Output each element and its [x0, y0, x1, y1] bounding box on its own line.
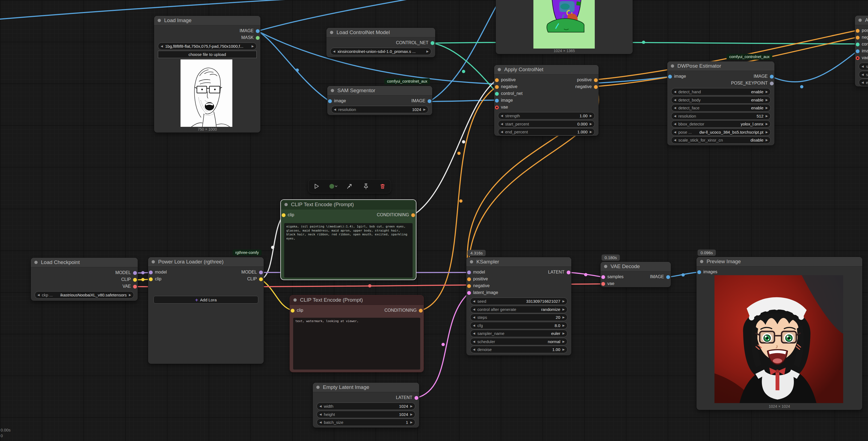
collapse-dot-icon[interactable] — [859, 19, 862, 22]
node-header[interactable]: Apply ControlNet — [494, 65, 598, 74]
input-port-positive-icon[interactable] — [467, 277, 471, 281]
collapse-dot-icon[interactable] — [331, 89, 334, 92]
increment-arrow-icon[interactable]: ▶ — [766, 98, 768, 102]
output-port-CLIP-icon[interactable] — [133, 278, 137, 282]
pin-icon[interactable] — [362, 182, 370, 190]
increment-arrow-icon[interactable]: ▶ — [590, 114, 592, 118]
widget-cfg[interactable]: ◀cfg8.0▶ — [470, 322, 567, 329]
increment-arrow-icon[interactable]: ▶ — [766, 122, 768, 126]
input-port-model-icon[interactable] — [149, 271, 153, 274]
widget-detect-body[interactable]: ◀detect_bodyenable▶ — [671, 96, 771, 104]
node-empty_latent[interactable]: Empty Latent ImageLATENT◀width1024▶◀heig… — [313, 383, 419, 428]
increment-arrow-icon[interactable]: ▶ — [766, 106, 768, 109]
decrement-arrow-icon[interactable]: ◀ — [501, 122, 503, 126]
input-port-latent_image-icon[interactable] — [467, 291, 471, 295]
increment-arrow-icon[interactable]: ▶ — [766, 90, 768, 94]
increment-arrow-icon[interactable]: ▶ — [563, 308, 565, 311]
input-port-image-icon[interactable] — [856, 50, 860, 53]
widget-bbox-detector[interactable]: ◀bbox_detectoryolox_l.onnx▶ — [671, 120, 771, 128]
node-graph-canvas[interactable]: 0.00s 0 Load ImageIMAGEMASK◀1bg,f8f8f8-f… — [0, 0, 868, 441]
node-seg_preview[interactable]: 1024 × 1365 — [496, 0, 633, 54]
output-port-MODEL-icon[interactable] — [133, 271, 137, 275]
widget-height[interactable]: ◀height1024▶ — [317, 411, 415, 418]
node-header[interactable]: Power Lora Loader (rgthree) — [148, 257, 264, 267]
decrement-arrow-icon[interactable]: ◀ — [319, 413, 321, 416]
node-vae_decode[interactable]: 0.180sVAE DecodesamplesIMAGEvae — [600, 262, 671, 287]
decrement-arrow-icon[interactable]: ◀ — [674, 138, 676, 142]
input-port-positive-icon[interactable] — [495, 78, 499, 82]
decrement-arrow-icon[interactable]: ◀ — [473, 300, 475, 303]
play-icon[interactable] — [312, 182, 321, 190]
widget-end-percent[interactable]: ◀end_percent1.000▶ — [859, 79, 868, 86]
decrement-arrow-icon[interactable]: ◀ — [501, 114, 503, 118]
collapse-dot-icon[interactable] — [316, 386, 319, 389]
increment-arrow-icon[interactable]: ▶ — [563, 332, 565, 335]
decrement-arrow-icon[interactable]: ◀ — [674, 130, 676, 134]
decrement-arrow-icon[interactable]: ◀ — [473, 340, 475, 343]
decrement-arrow-icon[interactable]: ◀ — [674, 122, 676, 126]
input-port-image-icon[interactable] — [495, 99, 499, 102]
decrement-arrow-icon[interactable]: ◀ — [674, 106, 676, 109]
input-port-vae-icon[interactable] — [856, 56, 860, 60]
input-port-clip-icon[interactable] — [291, 309, 294, 313]
widget-strength[interactable]: ◀strength1.00▶ — [498, 112, 595, 120]
collapse-dot-icon[interactable] — [470, 260, 473, 263]
node-header[interactable]: Load ControlNet Model — [327, 28, 435, 37]
decrement-arrow-icon[interactable]: ◀ — [319, 405, 321, 408]
output-port-CLIP-icon[interactable] — [259, 277, 263, 281]
collapse-dot-icon[interactable] — [498, 68, 501, 71]
input-port-image-icon[interactable] — [668, 75, 672, 78]
node-load_controlnet[interactable]: Load ControlNet ModelCONTROL_NET◀xinsirc… — [327, 28, 435, 57]
collapse-dot-icon[interactable] — [330, 31, 333, 34]
node-apply_cn2[interactable]: Apply ControlNetpositivenegativecontrol_… — [855, 15, 868, 87]
bypass-icon[interactable] — [345, 182, 354, 190]
increment-arrow-icon[interactable]: ▶ — [424, 108, 426, 111]
input-port-clip-icon[interactable] — [149, 277, 153, 281]
widget-start-percent[interactable]: ◀start_percent0.000▶ — [859, 71, 868, 78]
decrement-arrow-icon[interactable]: ◀ — [473, 316, 475, 319]
color-dot-icon[interactable] — [329, 182, 337, 190]
output-port-POSE_KEYPOINT-icon[interactable] — [770, 82, 774, 85]
collapse-dot-icon[interactable] — [284, 203, 288, 206]
decrement-arrow-icon[interactable]: ◀ — [473, 324, 475, 327]
output-port-IMAGE-icon[interactable] — [770, 75, 774, 78]
node-dwpose[interactable]: comfyui_controlnet_auxDWPose Estimatorim… — [667, 61, 774, 145]
input-port-vae-icon[interactable] — [601, 282, 605, 286]
output-port-MASK-icon[interactable] — [256, 36, 259, 40]
widget-ckp-[interactable]: ◀ckp ...ikastriousNoobaiXL_v80.safetenso… — [35, 291, 134, 298]
input-port-samples-icon[interactable] — [601, 275, 605, 279]
increment-arrow-icon[interactable]: ▶ — [590, 130, 592, 134]
input-port-clip-icon[interactable] — [282, 213, 285, 217]
output-port-MODEL-icon[interactable] — [259, 271, 263, 274]
widget-sampler-name[interactable]: ◀sampler_nameeuler▶ — [470, 330, 567, 337]
node-clip_pos[interactable]: CLIP Text Encode (Prompt)clipCONDITIONIN… — [281, 200, 416, 280]
decrement-arrow-icon[interactable]: ◀ — [334, 108, 336, 111]
increment-arrow-icon[interactable]: ▶ — [766, 138, 768, 142]
collapse-dot-icon[interactable] — [671, 64, 674, 68]
output-port-LATENT-icon[interactable] — [567, 271, 570, 274]
increment-arrow-icon[interactable]: ▶ — [410, 420, 412, 424]
decrement-arrow-icon[interactable]: ◀ — [319, 420, 321, 424]
widget-strength[interactable]: ◀strength1.00▶ — [859, 63, 868, 70]
node-apply_cn[interactable]: Apply ControlNetpositivepositivenegative… — [494, 65, 598, 136]
decrement-arrow-icon[interactable]: ◀ — [674, 114, 676, 118]
decrement-arrow-icon[interactable]: ◀ — [37, 293, 39, 297]
collapse-dot-icon[interactable] — [158, 19, 161, 22]
increment-arrow-icon[interactable]: ▶ — [766, 114, 768, 118]
output-port-IMAGE-icon[interactable] — [428, 99, 431, 103]
increment-arrow-icon[interactable]: ▶ — [129, 293, 131, 297]
widget-control-after-generate[interactable]: ◀control after generaterandomize▶ — [470, 306, 567, 313]
decrement-arrow-icon[interactable]: ◀ — [862, 65, 864, 68]
increment-arrow-icon[interactable]: ▶ — [563, 324, 565, 327]
prompt-textarea[interactable]: text, watermark, looking at viewer, — [293, 318, 420, 370]
output-port-CONDITIONING-icon[interactable] — [411, 213, 415, 217]
node-sam[interactable]: comfyui_controlnet_auxSAM Segmentorimage… — [327, 86, 432, 115]
decrement-arrow-icon[interactable]: ◀ — [161, 44, 163, 48]
node-header[interactable]: KSampler — [466, 257, 571, 267]
node-lora[interactable]: rgthree-comfyPower Lora Loader (rgthree)… — [148, 257, 264, 364]
input-port-negative-icon[interactable] — [495, 85, 499, 89]
increment-arrow-icon[interactable]: ▶ — [410, 405, 412, 408]
widget-scheduler[interactable]: ◀schedulernormal▶ — [470, 338, 567, 345]
input-port-positive-icon[interactable] — [856, 29, 860, 33]
widget-denoise[interactable]: ◀denoise1.00▶ — [470, 346, 567, 353]
